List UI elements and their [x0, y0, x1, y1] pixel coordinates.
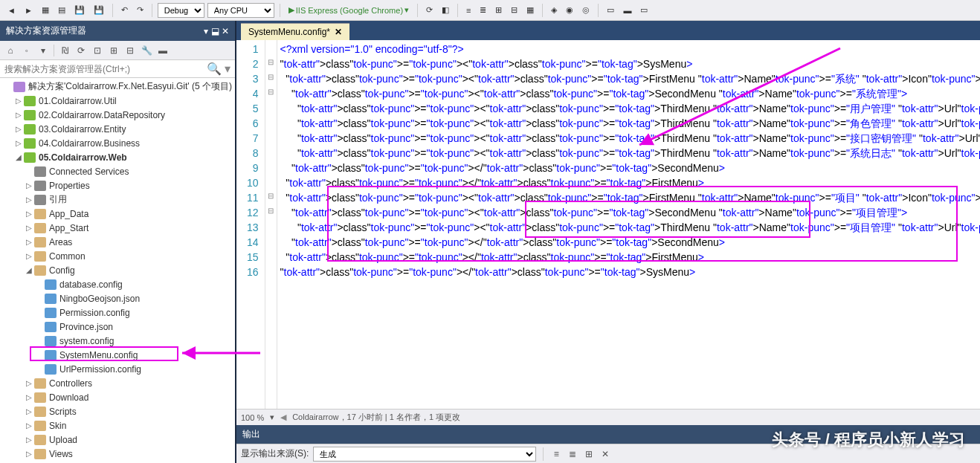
tool-icon[interactable]: ⟳ — [423, 4, 436, 16]
folder-app_start[interactable]: ▷App_Start — [0, 221, 235, 235]
open-icon[interactable]: ▤ — [55, 4, 68, 16]
nav-fwd-icon[interactable]: ► — [22, 4, 36, 16]
panel-toolbar: ⌂ ◦ ▾ ₪ ⟳ ⊡ ⊞ ⊟ 🔧 ▬ — [0, 41, 235, 60]
tool-icon[interactable]: ≣ — [477, 4, 489, 16]
editor-area: SystemMenu.config* ✕ 1234567891011121314… — [236, 21, 980, 463]
tool-icon[interactable]: ▦ — [523, 4, 537, 16]
tool-icon[interactable]: ⊟ — [508, 4, 520, 16]
tool-icon[interactable]: ▬ — [157, 45, 169, 56]
folder-app_data[interactable]: ▷App_Data — [0, 207, 235, 221]
solution-explorer: 解决方案资源管理器 ▾ ⬓ ✕ ⌂ ◦ ▾ ₪ ⟳ ⊡ ⊞ ⊟ 🔧 ▬ 🔍 ▾ … — [0, 21, 236, 463]
tool-icon[interactable]: ◎ — [579, 4, 593, 16]
folder-scripts[interactable]: ▷Scripts — [0, 404, 235, 418]
tool-icon[interactable]: ▾ — [37, 45, 49, 56]
tool-icon[interactable]: ◧ — [439, 4, 452, 16]
tool-icon[interactable]: ⊟ — [124, 45, 136, 56]
tool-icon[interactable]: ⊞ — [583, 448, 595, 460]
tool-icon[interactable]: ₪ — [59, 45, 71, 56]
project-node[interactable]: ▷02.Coldairarrow.DataRepository — [0, 108, 235, 122]
output-source-combo[interactable]: 生成 — [313, 447, 536, 462]
folder-controllers[interactable]: ▷Controllers — [0, 376, 235, 390]
tab-bar: SystemMenu.config* ✕ — [236, 21, 980, 40]
project-node[interactable]: ▷01.Coldairarrow.Util — [0, 94, 235, 108]
file-permission-config[interactable]: Permission.config — [0, 305, 235, 320]
folder-download[interactable]: ▷Download — [0, 390, 235, 404]
panel-search[interactable]: 🔍 ▾ — [0, 60, 235, 78]
properties-icon[interactable]: 🔧 — [141, 45, 152, 56]
close-icon[interactable]: ✕ — [335, 27, 342, 37]
tool-icon[interactable]: ◦ — [21, 45, 33, 56]
folder-upload[interactable]: ▷Upload — [0, 433, 235, 447]
redo-icon[interactable]: ↷ — [134, 4, 146, 16]
project-node[interactable]: ▷04.Coldairarrow.Business — [0, 136, 235, 150]
file-systemmenu-config[interactable]: SystemMenu.config — [0, 348, 235, 362]
tool-icon[interactable]: ▬ — [620, 4, 634, 16]
tool-icon[interactable]: ▭ — [637, 4, 651, 16]
editor-status: 100 %▾ ◀ Coldairarrow，17 小时前 | 1 名作者，1 项… — [236, 409, 980, 425]
config-combo[interactable]: Debug — [158, 3, 204, 18]
tool-icon[interactable]: ⊡ — [91, 45, 103, 56]
code-content[interactable]: <?xml version="1.0" encoding="utf-8"?>"t… — [277, 40, 980, 409]
folder-skin[interactable]: ▷Skin — [0, 418, 235, 433]
file-system-config[interactable]: system.config — [0, 334, 235, 348]
tool-icon[interactable]: ✕ — [599, 448, 611, 460]
solution-node[interactable]: 解决方案'Coldairarrow.Fx.Net.Easyui.Git' (5 … — [0, 80, 235, 94]
folder-views[interactable]: ▷Views — [0, 447, 235, 461]
search-input[interactable] — [4, 64, 207, 74]
tool-icon[interactable]: ≡ — [550, 448, 562, 460]
file-urlpermission-config[interactable]: UrlPermission.config — [0, 362, 235, 376]
project-node-web[interactable]: ◢05.Coldairarrow.Web — [0, 150, 235, 164]
undo-icon[interactable]: ↶ — [118, 4, 131, 16]
code-editor[interactable]: 12345678910111213141516 ⊟⊟⊟⊟⊟ <?xml vers… — [236, 40, 980, 409]
new-icon[interactable]: ▦ — [39, 4, 52, 16]
home-icon[interactable]: ⌂ — [4, 45, 16, 56]
connected-services[interactable]: Connected Services — [0, 164, 235, 178]
tool-icon[interactable]: ◈ — [548, 4, 560, 16]
tool-icon[interactable]: ⊞ — [108, 45, 120, 56]
panel-title: 解决方案资源管理器 ▾ ⬓ ✕ — [0, 21, 235, 41]
run-button[interactable]: ▶ IIS Express (Google Chrome) ▾ — [286, 4, 412, 16]
project-node[interactable]: ▷03.Coldairarrow.Entity — [0, 122, 235, 136]
tool-icon[interactable]: ▭ — [604, 4, 617, 16]
save-icon[interactable]: 💾 — [71, 4, 88, 16]
file-database-config[interactable]: database.config — [0, 277, 235, 291]
file-province-json[interactable]: Province.json — [0, 320, 235, 334]
tool-icon[interactable]: ≡ — [463, 4, 474, 16]
search-icon[interactable]: 🔍 ▾ — [207, 62, 231, 76]
solution-tree[interactable]: 解决方案'Coldairarrow.Fx.Net.Easyui.Git' (5 … — [0, 78, 235, 463]
tool-icon[interactable]: ⊞ — [492, 4, 505, 16]
fold-column[interactable]: ⊟⊟⊟⊟⊟ — [265, 40, 277, 409]
saveall-icon[interactable]: 💾 — [91, 4, 107, 16]
properties-node[interactable]: ▷Properties — [0, 178, 235, 192]
folder-common[interactable]: ▷Common — [0, 249, 235, 263]
folder-config[interactable]: ◢Config — [0, 263, 235, 277]
tab-systemmenu[interactable]: SystemMenu.config* ✕ — [241, 23, 349, 40]
platform-combo[interactable]: Any CPU — [207, 3, 274, 18]
nav-back-icon[interactable]: ◄ — [4, 4, 19, 16]
line-gutter: 12345678910111213141516 — [236, 40, 265, 409]
folder-areas[interactable]: ▷Areas — [0, 235, 235, 249]
references-node[interactable]: ▷引用 — [0, 192, 235, 207]
refresh-icon[interactable]: ⟳ — [75, 45, 87, 56]
tool-icon[interactable]: ≣ — [567, 448, 578, 460]
tool-icon[interactable]: ◉ — [563, 4, 576, 16]
watermark: 头条号 / 程序员小新人学习 — [772, 429, 965, 451]
main-toolbar: ◄ ► ▦ ▤ 💾 💾 ↶ ↷ Debug Any CPU ▶ IIS Expr… — [0, 0, 980, 21]
file-ningbogeojson-json[interactable]: NingboGeojson.json — [0, 291, 235, 305]
